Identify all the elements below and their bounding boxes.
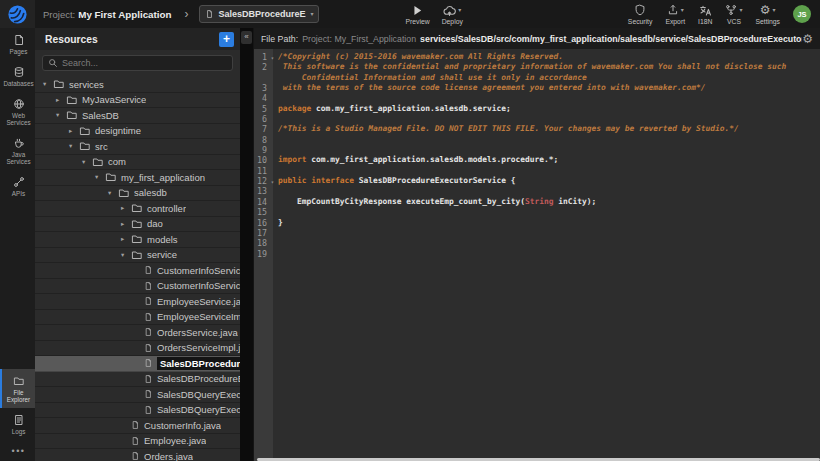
top-bar: Project:My First Application › SalesDBPr… <box>0 0 820 28</box>
folder-icon-wrap <box>131 233 143 245</box>
search-icon <box>48 58 58 68</box>
tree-item[interactable]: ▸MyJavaService <box>35 93 240 109</box>
tree-item[interactable]: ▾salesdb <box>35 186 240 202</box>
tree-item[interactable]: ▾service <box>35 248 240 264</box>
tree-item[interactable]: CustomerInfoService.java <box>35 263 240 279</box>
file-icon <box>144 281 153 291</box>
collapse-arrow-icon[interactable]: ▾ <box>82 158 92 166</box>
code-editor-surface[interactable]: 1▾/*Copyright (c) 2015-2016 wavemaker.co… <box>254 49 820 461</box>
tree-item[interactable]: ▸designtime <box>35 124 240 140</box>
tree-item[interactable]: ▸dao <box>35 217 240 233</box>
search-input[interactable] <box>62 58 227 68</box>
expand-arrow-icon[interactable]: ▸ <box>121 204 131 212</box>
left-rail: PagesDatabasesWeb ServicesJava ServicesA… <box>0 28 35 461</box>
vcs-button[interactable]: ▾VCS <box>725 4 742 25</box>
line-number: 13 <box>254 186 273 196</box>
tree-item[interactable]: ▾my_first_application <box>35 170 240 186</box>
tree-item[interactable]: OrdersServiceImpl.java <box>35 341 240 357</box>
collapse-arrow-icon[interactable]: ▾ <box>69 142 79 150</box>
tree-item[interactable]: CustomerInfoServiceImpl.java <box>35 279 240 295</box>
line-number: 7 <box>254 124 273 134</box>
settings-button[interactable]: ⚙▾Settings <box>755 4 780 25</box>
shield-icon <box>634 4 646 16</box>
line-number: 19 <box>254 249 273 259</box>
action-label: VCS <box>727 18 741 25</box>
tree-item[interactable]: ▾src <box>35 139 240 155</box>
tree-item[interactable]: ▾com <box>35 155 240 171</box>
tree-item-label: SalesDBQueryExecutorServiceImpl.java <box>157 404 240 415</box>
deploy-icon-row: ▾ <box>443 4 461 17</box>
file-path-bar: File Path:Project: My_First_Applications… <box>254 28 820 49</box>
tree-item[interactable]: SalesDBProcedureExecutorService.java <box>35 356 240 372</box>
sidebar-item-java-services[interactable]: Java Services <box>0 131 35 170</box>
collapse-arrow-icon[interactable]: ▾ <box>121 251 131 259</box>
tree-item[interactable]: Employee.java <box>35 434 240 450</box>
wavemaker-logo[interactable] <box>0 0 35 28</box>
tree-item-label: CustomerInfoService.java <box>157 265 240 276</box>
security-button[interactable]: Security <box>628 4 653 25</box>
expand-arrow-icon[interactable]: ▸ <box>121 235 131 243</box>
code-text: import com.my_first_application.salesdb.… <box>273 155 820 165</box>
preview-button[interactable]: Preview <box>405 4 429 25</box>
file-path-label: File Path: <box>261 34 298 44</box>
collapse-arrow-icon[interactable]: ▾ <box>43 80 53 88</box>
tree-item-label: my_first_application <box>121 172 205 183</box>
code-line: 16} <box>254 218 820 228</box>
chevron-down-icon: ▾ <box>310 11 313 17</box>
sidebar-item-databases[interactable]: Databases <box>0 60 35 92</box>
code-line: 12▾public interface SalesDBProcedureExec… <box>254 176 820 186</box>
sidebar-item-pages[interactable]: Pages <box>0 28 35 60</box>
tree-item[interactable]: ▸controller <box>35 201 240 217</box>
collapse-arrow-icon[interactable]: ▾ <box>95 173 105 181</box>
line-number: 17 <box>254 228 273 238</box>
line-number: 8 <box>254 135 273 145</box>
tree-item[interactable]: SalesDBProcedureExecutorServiceImpl.java <box>35 372 240 388</box>
sidebar-item-logs[interactable]: Logs <box>0 408 35 440</box>
expand-arrow-icon[interactable]: ▸ <box>56 96 66 104</box>
tree-item[interactable]: ▾services <box>35 77 240 93</box>
deploy-button[interactable]: ▾Deploy <box>442 4 463 25</box>
tree-item-label: SalesDBProcedureExecutorService.java <box>157 357 240 370</box>
code-editor-pane: File Path:Project: My_First_Applications… <box>253 28 820 461</box>
collapse-arrow-icon[interactable]: ▾ <box>108 189 118 197</box>
export-button[interactable]: ▾Export <box>665 4 685 25</box>
sidebar-item-more-options[interactable]: ••• <box>0 440 35 461</box>
file-icon <box>131 420 140 430</box>
tree-item[interactable]: Orders.java <box>35 449 240 461</box>
open-file-dropdown[interactable]: SalesDBProcedureE... ▾ <box>199 5 319 23</box>
folder-icon-wrap <box>79 140 91 152</box>
tree-item[interactable]: EmployeeService.java <box>35 294 240 310</box>
tree-item[interactable]: SalesDBQueryExecutorServiceImpl.java <box>35 403 240 419</box>
expand-arrow-icon[interactable]: ▸ <box>121 220 131 228</box>
folder-icon-wrap <box>131 218 143 230</box>
i18n-icon <box>699 4 712 17</box>
user-avatar[interactable]: JS <box>793 5 811 23</box>
tree-item[interactable]: OrdersService.java <box>35 325 240 341</box>
expand-arrow-icon[interactable]: ▸ <box>69 127 79 135</box>
sidebar-item-apis[interactable]: APIs <box>0 170 35 202</box>
file-icon <box>131 436 140 446</box>
folder-icon-wrap <box>53 78 65 90</box>
collapse-panel-button[interactable]: « <box>241 31 252 44</box>
sidebar-item-web-services[interactable]: Web Services <box>0 92 35 131</box>
collapse-arrow-icon[interactable]: ▾ <box>56 111 66 119</box>
tree-item[interactable]: ▾SalesDB <box>35 108 240 124</box>
i18n-button[interactable]: I18N <box>698 4 712 25</box>
left-rail-bottom: File ExplorerLogs••• <box>0 369 35 461</box>
editor-settings-gear-icon[interactable]: ⚙ <box>802 33 813 45</box>
code-line: 3 with the terms of the source code lice… <box>254 83 820 93</box>
sidebar-item-file-explorer[interactable]: File Explorer <box>0 369 35 408</box>
tree-item[interactable]: SalesDBQueryExecutorService.java <box>35 387 240 403</box>
code-text: This software is the confidential and pr… <box>273 62 820 83</box>
tree-item[interactable]: CustomerInfo.java <box>35 418 240 434</box>
action-label: Preview <box>405 18 429 25</box>
preview-icon-row <box>411 4 424 17</box>
horizontal-scrollbar[interactable] <box>257 458 820 461</box>
add-resource-button[interactable]: + <box>219 32 234 47</box>
project-name: My First Application <box>78 9 171 20</box>
tree-item[interactable]: EmployeeServiceImpl.java <box>35 310 240 326</box>
code-text <box>273 145 820 155</box>
tree-item[interactable]: ▸models <box>35 232 240 248</box>
panel-gap <box>240 28 253 461</box>
pages-icon <box>13 34 25 46</box>
